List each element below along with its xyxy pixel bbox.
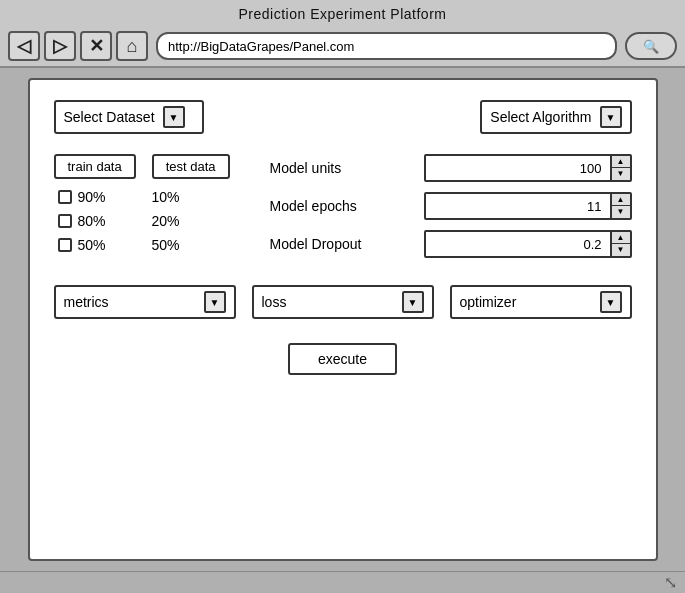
data-split-section: train data test data 90% 10% 80% [54, 154, 230, 261]
optimizer-select[interactable]: optimizer ▼ [450, 285, 632, 319]
epochs-spinner-buttons: ▲ ▼ [610, 194, 630, 218]
optimizer-label: optimizer [460, 294, 517, 310]
search-button[interactable]: 🔍 [625, 32, 677, 60]
algorithm-dropdown-arrow[interactable]: ▼ [600, 106, 622, 128]
back-button[interactable]: ◁ [8, 31, 40, 61]
close-icon: ✕ [89, 35, 104, 57]
units-up-button[interactable]: ▲ [612, 156, 630, 168]
resize-icon: ⤡ [664, 573, 677, 592]
model-params-section: Model units ▲ ▼ Model epochs ▲ ▼ [270, 154, 632, 261]
test-val-3: 50% [152, 237, 192, 253]
train-data-label: train data [54, 154, 136, 179]
bottom-dropdowns-row: metrics ▼ loss ▼ optimizer ▼ [54, 285, 632, 319]
dropout-row: Model Dropout ▲ ▼ [270, 230, 632, 258]
address-bar[interactable] [156, 32, 617, 60]
main-content: Select Dataset ▼ Select Algorithm ▼ trai… [28, 78, 658, 561]
top-selects-row: Select Dataset ▼ Select Algorithm ▼ [54, 100, 632, 134]
loss-select[interactable]: loss ▼ [252, 285, 434, 319]
dropout-down-button[interactable]: ▼ [612, 244, 630, 256]
close-button[interactable]: ✕ [80, 31, 112, 61]
metrics-label: metrics [64, 294, 109, 310]
epochs-up-button[interactable]: ▲ [612, 194, 630, 206]
forward-icon: ▷ [53, 35, 67, 57]
units-input[interactable] [426, 158, 610, 179]
home-button[interactable]: ⌂ [116, 31, 148, 61]
loss-arrow[interactable]: ▼ [402, 291, 424, 313]
dataset-select-label: Select Dataset [64, 109, 155, 125]
split-row-1: 90% 10% [58, 189, 230, 205]
checkbox-3[interactable] [58, 238, 72, 252]
dataset-dropdown-arrow[interactable]: ▼ [163, 106, 185, 128]
units-down-button[interactable]: ▼ [612, 168, 630, 180]
split-row-2: 80% 20% [58, 213, 230, 229]
algorithm-select[interactable]: Select Algorithm ▼ [480, 100, 631, 134]
train-val-2: 80% [78, 213, 106, 229]
execute-section: execute [54, 343, 632, 375]
train-val-3: 50% [78, 237, 106, 253]
back-icon: ◁ [17, 35, 31, 57]
search-icon: 🔍 [643, 39, 659, 54]
test-data-label: test data [152, 154, 230, 179]
dropout-input[interactable] [426, 234, 610, 255]
train-pct-3: 50% [58, 237, 128, 253]
middle-section: train data test data 90% 10% 80% [54, 154, 632, 261]
units-row: Model units ▲ ▼ [270, 154, 632, 182]
epochs-down-button[interactable]: ▼ [612, 206, 630, 218]
dropout-label: Model Dropout [270, 236, 380, 252]
footer-bar: ⤡ [0, 571, 685, 593]
split-rows: 90% 10% 80% 20% 50% [58, 189, 230, 253]
dataset-select[interactable]: Select Dataset ▼ [54, 100, 204, 134]
epochs-spinner: ▲ ▼ [424, 192, 632, 220]
test-val-1: 10% [152, 189, 192, 205]
metrics-arrow[interactable]: ▼ [204, 291, 226, 313]
loss-label: loss [262, 294, 287, 310]
title-bar: Prediction Experiment Platform [0, 0, 685, 26]
execute-button[interactable]: execute [288, 343, 397, 375]
units-label: Model units [270, 160, 380, 176]
home-icon: ⌂ [127, 36, 138, 57]
forward-button[interactable]: ▷ [44, 31, 76, 61]
units-spinner: ▲ ▼ [424, 154, 632, 182]
train-pct-2: 80% [58, 213, 128, 229]
units-spinner-buttons: ▲ ▼ [610, 156, 630, 180]
epochs-label: Model epochs [270, 198, 380, 214]
window-title: Prediction Experiment Platform [239, 6, 447, 22]
data-labels-row: train data test data [54, 154, 230, 179]
epochs-input[interactable] [426, 196, 610, 217]
test-val-2: 20% [152, 213, 192, 229]
optimizer-arrow[interactable]: ▼ [600, 291, 622, 313]
dropout-spinner-buttons: ▲ ▼ [610, 232, 630, 256]
checkbox-1[interactable] [58, 190, 72, 204]
metrics-select[interactable]: metrics ▼ [54, 285, 236, 319]
split-row-3: 50% 50% [58, 237, 230, 253]
algorithm-select-label: Select Algorithm [490, 109, 591, 125]
checkbox-2[interactable] [58, 214, 72, 228]
train-val-1: 90% [78, 189, 106, 205]
toolbar: ◁ ▷ ✕ ⌂ 🔍 [0, 26, 685, 68]
train-pct-1: 90% [58, 189, 128, 205]
epochs-row: Model epochs ▲ ▼ [270, 192, 632, 220]
dropout-up-button[interactable]: ▲ [612, 232, 630, 244]
dropout-spinner: ▲ ▼ [424, 230, 632, 258]
